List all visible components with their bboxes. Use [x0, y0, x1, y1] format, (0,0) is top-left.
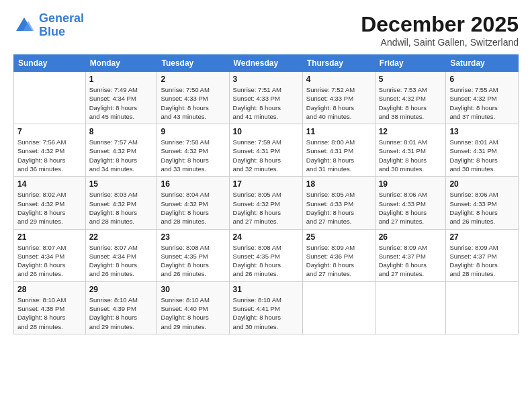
calendar-cell: 18Sunrise: 8:05 AMSunset: 4:33 PMDayligh…	[302, 177, 375, 229]
day-info: Sunrise: 7:56 AMSunset: 4:32 PMDaylight:…	[17, 138, 82, 173]
calendar-cell: 13Sunrise: 8:01 AMSunset: 4:31 PMDayligh…	[446, 124, 519, 177]
day-info: Sunrise: 8:05 AMSunset: 4:33 PMDaylight:…	[306, 190, 371, 226]
day-info: Sunrise: 8:10 AMSunset: 4:40 PMDaylight:…	[161, 295, 225, 331]
calendar-cell	[375, 281, 446, 334]
day-info: Sunrise: 8:02 AMSunset: 4:32 PMDaylight:…	[17, 190, 82, 226]
day-info: Sunrise: 8:10 AMSunset: 4:39 PMDaylight:…	[89, 295, 154, 331]
calendar-cell: 9Sunrise: 7:58 AMSunset: 4:32 PMDaylight…	[157, 124, 229, 177]
week-row-2: 7Sunrise: 7:56 AMSunset: 4:32 PMDaylight…	[14, 124, 519, 177]
calendar-cell: 10Sunrise: 7:59 AMSunset: 4:31 PMDayligh…	[229, 124, 302, 177]
title-block: December 2025 Andwil, Saint Gallen, Swit…	[361, 12, 519, 48]
day-number: 26	[379, 232, 443, 242]
col-thursday: Thursday	[302, 55, 375, 72]
day-info: Sunrise: 8:07 AMSunset: 4:34 PMDaylight:…	[89, 243, 154, 279]
header: General Blue December 2025 Andwil, Saint…	[13, 12, 519, 48]
day-number: 30	[161, 285, 225, 294]
calendar-cell: 19Sunrise: 8:06 AMSunset: 4:33 PMDayligh…	[375, 177, 446, 229]
calendar-cell: 28Sunrise: 8:10 AMSunset: 4:38 PMDayligh…	[14, 281, 86, 334]
day-number: 1	[89, 75, 154, 84]
day-number: 13	[449, 127, 515, 136]
day-number: 6	[449, 75, 515, 84]
day-number: 23	[161, 232, 225, 242]
calendar-cell: 31Sunrise: 8:10 AMSunset: 4:41 PMDayligh…	[229, 281, 302, 334]
day-number: 29	[89, 285, 154, 294]
day-info: Sunrise: 8:07 AMSunset: 4:34 PMDaylight:…	[17, 243, 82, 279]
day-info: Sunrise: 8:04 AMSunset: 4:32 PMDaylight:…	[161, 190, 225, 226]
day-number: 24	[233, 232, 299, 242]
col-wednesday: Wednesday	[229, 55, 302, 72]
calendar-cell: 11Sunrise: 8:00 AMSunset: 4:31 PMDayligh…	[302, 124, 375, 177]
col-sunday: Sunday	[14, 55, 86, 72]
calendar-cell	[446, 281, 519, 334]
calendar-cell: 3Sunrise: 7:51 AMSunset: 4:33 PMDaylight…	[229, 72, 302, 124]
logo-icon	[13, 15, 35, 36]
day-info: Sunrise: 7:51 AMSunset: 4:33 PMDaylight:…	[233, 85, 299, 121]
day-info: Sunrise: 8:05 AMSunset: 4:32 PMDaylight:…	[233, 190, 299, 226]
calendar-cell: 6Sunrise: 7:55 AMSunset: 4:32 PMDaylight…	[446, 72, 519, 124]
day-number: 9	[161, 127, 225, 136]
calendar-cell	[302, 281, 375, 334]
day-info: Sunrise: 8:10 AMSunset: 4:41 PMDaylight:…	[233, 295, 299, 331]
calendar-cell: 17Sunrise: 8:05 AMSunset: 4:32 PMDayligh…	[229, 177, 302, 229]
day-number: 31	[233, 285, 299, 294]
calendar-cell: 14Sunrise: 8:02 AMSunset: 4:32 PMDayligh…	[14, 177, 86, 229]
calendar-cell: 23Sunrise: 8:08 AMSunset: 4:35 PMDayligh…	[157, 229, 229, 281]
day-number: 3	[233, 75, 299, 84]
day-number: 12	[379, 127, 443, 136]
day-info: Sunrise: 8:10 AMSunset: 4:38 PMDaylight:…	[17, 295, 82, 331]
day-info: Sunrise: 8:03 AMSunset: 4:32 PMDaylight:…	[89, 190, 154, 226]
col-saturday: Saturday	[446, 55, 519, 72]
page: General Blue December 2025 Andwil, Saint…	[0, 0, 532, 411]
col-friday: Friday	[375, 55, 446, 72]
calendar-cell: 27Sunrise: 8:09 AMSunset: 4:37 PMDayligh…	[446, 229, 519, 281]
calendar: Sunday Monday Tuesday Wednesday Thursday…	[13, 54, 519, 334]
day-number: 17	[233, 179, 299, 189]
calendar-cell: 7Sunrise: 7:56 AMSunset: 4:32 PMDaylight…	[14, 124, 86, 177]
calendar-cell: 21Sunrise: 8:07 AMSunset: 4:34 PMDayligh…	[14, 229, 86, 281]
day-number: 19	[379, 179, 443, 189]
calendar-header-row: Sunday Monday Tuesday Wednesday Thursday…	[14, 55, 519, 72]
day-info: Sunrise: 7:50 AMSunset: 4:33 PMDaylight:…	[161, 85, 225, 121]
week-row-1: 1Sunrise: 7:49 AMSunset: 4:34 PMDaylight…	[14, 72, 519, 124]
day-number: 4	[306, 75, 371, 84]
day-info: Sunrise: 7:58 AMSunset: 4:32 PMDaylight:…	[161, 138, 225, 173]
calendar-cell: 12Sunrise: 8:01 AMSunset: 4:31 PMDayligh…	[375, 124, 446, 177]
day-info: Sunrise: 7:52 AMSunset: 4:33 PMDaylight:…	[306, 85, 371, 121]
day-number: 28	[17, 285, 82, 294]
day-info: Sunrise: 8:06 AMSunset: 4:33 PMDaylight:…	[449, 190, 515, 226]
day-info: Sunrise: 7:49 AMSunset: 4:34 PMDaylight:…	[89, 85, 154, 121]
day-number: 20	[449, 179, 515, 189]
day-number: 25	[306, 232, 371, 242]
col-monday: Monday	[85, 55, 157, 72]
day-number: 22	[89, 232, 154, 242]
calendar-cell: 29Sunrise: 8:10 AMSunset: 4:39 PMDayligh…	[85, 281, 157, 334]
day-number: 8	[89, 127, 154, 136]
week-row-3: 14Sunrise: 8:02 AMSunset: 4:32 PMDayligh…	[14, 177, 519, 229]
calendar-cell: 24Sunrise: 8:08 AMSunset: 4:35 PMDayligh…	[229, 229, 302, 281]
calendar-cell: 16Sunrise: 8:04 AMSunset: 4:32 PMDayligh…	[157, 177, 229, 229]
day-info: Sunrise: 8:01 AMSunset: 4:31 PMDaylight:…	[449, 138, 515, 173]
calendar-cell: 1Sunrise: 7:49 AMSunset: 4:34 PMDaylight…	[85, 72, 157, 124]
calendar-body: 1Sunrise: 7:49 AMSunset: 4:34 PMDaylight…	[14, 72, 519, 334]
day-info: Sunrise: 8:09 AMSunset: 4:37 PMDaylight:…	[379, 243, 443, 279]
calendar-cell: 2Sunrise: 7:50 AMSunset: 4:33 PMDaylight…	[157, 72, 229, 124]
day-number: 16	[161, 179, 225, 189]
day-info: Sunrise: 8:08 AMSunset: 4:35 PMDaylight:…	[233, 243, 299, 279]
day-number: 27	[449, 232, 515, 242]
calendar-cell: 8Sunrise: 7:57 AMSunset: 4:32 PMDaylight…	[85, 124, 157, 177]
week-row-4: 21Sunrise: 8:07 AMSunset: 4:34 PMDayligh…	[14, 229, 519, 281]
logo-line2: Blue	[39, 25, 65, 38]
logo-text: General Blue	[39, 12, 84, 39]
calendar-cell: 4Sunrise: 7:52 AMSunset: 4:33 PMDaylight…	[302, 72, 375, 124]
location: Andwil, Saint Gallen, Switzerland	[361, 37, 519, 48]
day-info: Sunrise: 8:09 AMSunset: 4:37 PMDaylight:…	[449, 243, 515, 279]
week-row-5: 28Sunrise: 8:10 AMSunset: 4:38 PMDayligh…	[14, 281, 519, 334]
calendar-cell: 20Sunrise: 8:06 AMSunset: 4:33 PMDayligh…	[446, 177, 519, 229]
day-number: 15	[89, 179, 154, 189]
day-info: Sunrise: 7:55 AMSunset: 4:32 PMDaylight:…	[449, 85, 515, 121]
calendar-cell: 25Sunrise: 8:09 AMSunset: 4:36 PMDayligh…	[302, 229, 375, 281]
day-number: 10	[233, 127, 299, 136]
month-title: December 2025	[361, 12, 519, 37]
day-info: Sunrise: 7:53 AMSunset: 4:32 PMDaylight:…	[379, 85, 443, 121]
day-info: Sunrise: 7:59 AMSunset: 4:31 PMDaylight:…	[233, 138, 299, 173]
